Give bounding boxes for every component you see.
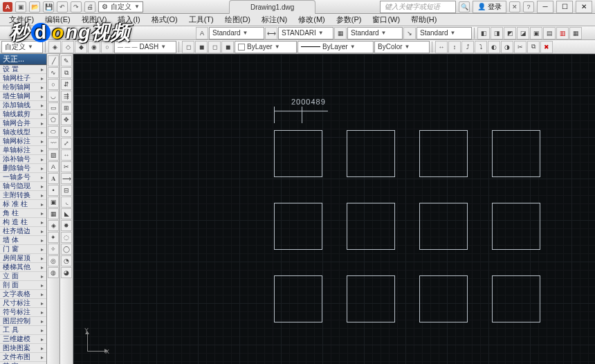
qa-redo-icon[interactable]: ↷ bbox=[71, 1, 82, 12]
tool-icon[interactable]: ✧ bbox=[48, 244, 59, 255]
arc-icon[interactable]: ◡ bbox=[48, 91, 59, 102]
polygon-icon[interactable]: ⬠ bbox=[48, 114, 59, 125]
explode-icon[interactable]: ✸ bbox=[61, 220, 72, 231]
menu-tools[interactable]: 工具(T) bbox=[184, 15, 219, 25]
tool-icon[interactable]: ◕ bbox=[61, 267, 72, 278]
modify-icon[interactable]: ⧉ bbox=[527, 41, 540, 53]
plotstyle-dropdown[interactable]: ByColor ▼ bbox=[374, 41, 430, 53]
help-icon[interactable]: ? bbox=[523, 1, 534, 12]
tablestyle-icon[interactable]: ▦ bbox=[334, 27, 347, 39]
modify-icon[interactable]: ◑ bbox=[501, 41, 513, 53]
color-dropdown[interactable]: ByLayer ▼ bbox=[235, 41, 297, 53]
toolbar-icon[interactable]: ◼ bbox=[195, 41, 208, 53]
tool-icon[interactable]: ◯ bbox=[61, 244, 72, 255]
chamfer-icon[interactable]: ◣ bbox=[61, 208, 72, 219]
dimstyle-dropdown[interactable]: STANDARI ▼ bbox=[278, 27, 333, 39]
axis-x-label: X bbox=[105, 348, 109, 355]
tool-icon[interactable]: ◔ bbox=[61, 255, 72, 266]
scale-icon[interactable]: ⤢ bbox=[61, 138, 72, 149]
workspace-dropdown[interactable]: ⚙ 自定义 ▼ bbox=[98, 1, 143, 12]
ribbon-icon[interactable]: ◪ bbox=[517, 27, 529, 39]
toolbar-icon[interactable]: ◼ bbox=[221, 41, 234, 53]
array-icon[interactable]: ⊞ bbox=[61, 102, 72, 113]
dimstyle-icon[interactable]: ⟷ bbox=[265, 27, 277, 39]
exchange-icon[interactable]: ✕ bbox=[509, 1, 520, 12]
modify-icon[interactable]: ◐ bbox=[488, 41, 500, 53]
mleaderstyle-dropdown[interactable]: Standard ▼ bbox=[416, 27, 472, 39]
close-button[interactable]: ✕ bbox=[576, 1, 592, 13]
toolbar-icon[interactable]: ◻ bbox=[182, 41, 194, 53]
table-icon[interactable]: ▦ bbox=[48, 208, 59, 219]
tool-icon[interactable]: ✦ bbox=[48, 232, 59, 243]
modify-icon[interactable]: ✂ bbox=[514, 41, 527, 53]
modify-icon[interactable]: ✖ bbox=[540, 41, 553, 53]
extend-icon[interactable]: ⟶ bbox=[61, 173, 72, 184]
textstyle-icon[interactable]: A bbox=[196, 27, 208, 39]
help-search-input[interactable]: 键入关键字或短语 bbox=[380, 1, 456, 13]
trim-icon[interactable]: ✂ bbox=[61, 161, 72, 172]
tool-icon[interactable]: ◌ bbox=[61, 232, 72, 243]
menu-dimension[interactable]: 标注(N) bbox=[257, 15, 292, 25]
toolbar-icon[interactable]: ◻ bbox=[208, 41, 221, 53]
erase-icon[interactable]: ✎ bbox=[61, 55, 72, 66]
ellipse-icon[interactable]: ⬭ bbox=[48, 126, 59, 137]
offset-icon[interactable]: ⇶ bbox=[61, 91, 72, 102]
polyline-icon[interactable]: ∿ bbox=[48, 67, 59, 78]
ribbon-icon[interactable]: ▦ bbox=[569, 27, 582, 39]
modify-icon[interactable]: ↕ bbox=[448, 41, 461, 53]
fillet-icon[interactable]: ◟ bbox=[61, 197, 72, 208]
point-icon[interactable]: • bbox=[48, 185, 59, 196]
app-icon[interactable]: A bbox=[3, 2, 12, 12]
modify-icon[interactable]: ⤵ bbox=[475, 41, 487, 53]
qa-new-icon[interactable]: ▣ bbox=[15, 1, 26, 12]
menu-format[interactable]: 格式(O) bbox=[147, 15, 183, 25]
qa-open-icon[interactable]: 📂 bbox=[29, 1, 40, 12]
tablestyle-dropdown[interactable]: Standard ▼ bbox=[347, 27, 403, 39]
circle-icon[interactable]: ○ bbox=[48, 79, 59, 90]
menu-draw[interactable]: 绘图(D) bbox=[220, 15, 255, 25]
rotate-icon[interactable]: ↻ bbox=[61, 126, 72, 137]
ribbon-icon[interactable]: ◩ bbox=[504, 27, 516, 39]
mleaderstyle-icon[interactable]: ↘ bbox=[403, 27, 416, 39]
login-button[interactable]: 👤 登录 bbox=[473, 1, 506, 13]
line-icon[interactable]: ╱ bbox=[48, 55, 59, 66]
block-icon[interactable]: ▣ bbox=[48, 197, 59, 208]
lineweight-dropdown[interactable]: ByLayer ▼ bbox=[298, 41, 374, 53]
search-icon[interactable]: 🔍 bbox=[459, 1, 470, 12]
menu-help[interactable]: 帮助(H) bbox=[406, 15, 441, 25]
mirror-icon[interactable]: ⇵ bbox=[61, 79, 72, 90]
ribbon-icon[interactable]: ▥ bbox=[556, 27, 569, 39]
qa-save-icon[interactable]: 💾 bbox=[43, 1, 54, 12]
ribbon-icon[interactable]: ▤ bbox=[543, 27, 556, 39]
tool-icon[interactable]: ◎ bbox=[48, 255, 59, 266]
minimize-button[interactable]: ─ bbox=[537, 1, 553, 13]
menu-window[interactable]: 窗口(W) bbox=[367, 15, 405, 25]
text-icon[interactable]: A bbox=[48, 161, 59, 172]
modify-icon[interactable]: ↔ bbox=[435, 41, 448, 53]
break-icon[interactable]: ⊟ bbox=[61, 185, 72, 196]
qa-undo-icon[interactable]: ↶ bbox=[57, 1, 68, 12]
menu-parametric[interactable]: 参数(P) bbox=[331, 15, 367, 25]
mtext-icon[interactable]: 𝐀 bbox=[48, 173, 59, 184]
rect-icon[interactable]: ▭ bbox=[48, 102, 59, 113]
move-icon[interactable]: ✥ bbox=[61, 114, 72, 125]
copy-icon[interactable]: ⧉ bbox=[61, 67, 72, 78]
chevron-down-icon: ▼ bbox=[275, 44, 280, 50]
ribbon-icon[interactable]: ◧ bbox=[477, 27, 490, 39]
document-tab[interactable]: Drawing1.dwg bbox=[229, 0, 315, 14]
textstyle-dropdown[interactable]: Standard ▼ bbox=[209, 27, 264, 39]
axis-y-label: Y bbox=[84, 327, 89, 334]
stretch-icon[interactable]: ↔ bbox=[61, 149, 72, 161]
ribbon-icon[interactable]: ▣ bbox=[530, 27, 542, 39]
hatch-icon[interactable]: ▨ bbox=[48, 149, 59, 161]
region-icon[interactable]: ◈ bbox=[48, 220, 59, 231]
qa-print-icon[interactable]: 🖨 bbox=[84, 1, 95, 12]
maximize-button[interactable]: ☐ bbox=[556, 1, 573, 13]
ribbon-icon[interactable]: ◨ bbox=[491, 27, 503, 39]
menu-modify[interactable]: 修改(M) bbox=[293, 15, 330, 25]
tool-icon[interactable]: ◍ bbox=[48, 267, 59, 278]
palette-title[interactable]: 天正... bbox=[0, 54, 46, 65]
spline-icon[interactable]: 〰 bbox=[48, 138, 59, 149]
drawing-canvas[interactable]: 2000489 X Y bbox=[73, 54, 595, 364]
modify-icon[interactable]: ⤴ bbox=[461, 41, 474, 53]
